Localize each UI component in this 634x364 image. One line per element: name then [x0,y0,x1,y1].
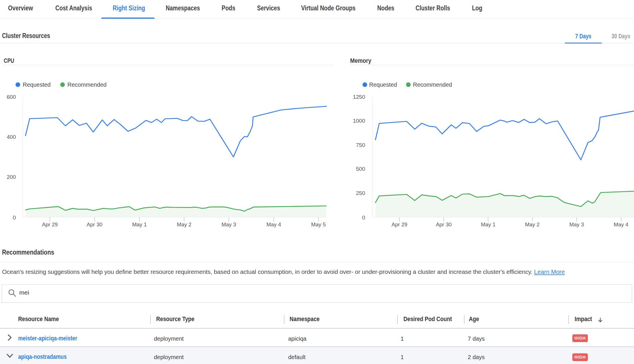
svg-text:400: 400 [7,134,16,140]
svg-text:May 1: May 1 [481,221,495,227]
svg-text:May 4: May 4 [267,221,281,227]
svg-text:May 3: May 3 [569,221,584,227]
svg-text:1250: 1250 [353,94,365,100]
svg-text:600: 600 [7,94,16,100]
svg-text:Apr 29: Apr 29 [42,221,58,227]
svg-text:750: 750 [356,142,365,148]
svg-text:May 2: May 2 [177,221,191,227]
svg-text:Apr 30: Apr 30 [87,221,103,227]
svg-text:1000: 1000 [353,118,365,124]
svg-text:0: 0 [362,215,365,221]
svg-text:250: 250 [356,190,365,196]
svg-text:200: 200 [7,174,16,180]
svg-text:500: 500 [356,166,365,172]
svg-text:May 4: May 4 [614,221,628,227]
svg-text:May 5: May 5 [311,221,326,227]
svg-text:May 3: May 3 [222,221,236,227]
svg-text:Apr 29: Apr 29 [392,221,407,227]
svg-text:May 2: May 2 [525,221,539,227]
svg-text:Apr 30: Apr 30 [436,221,452,227]
svg-text:May 1: May 1 [132,221,147,227]
svg-text:0: 0 [13,215,16,221]
